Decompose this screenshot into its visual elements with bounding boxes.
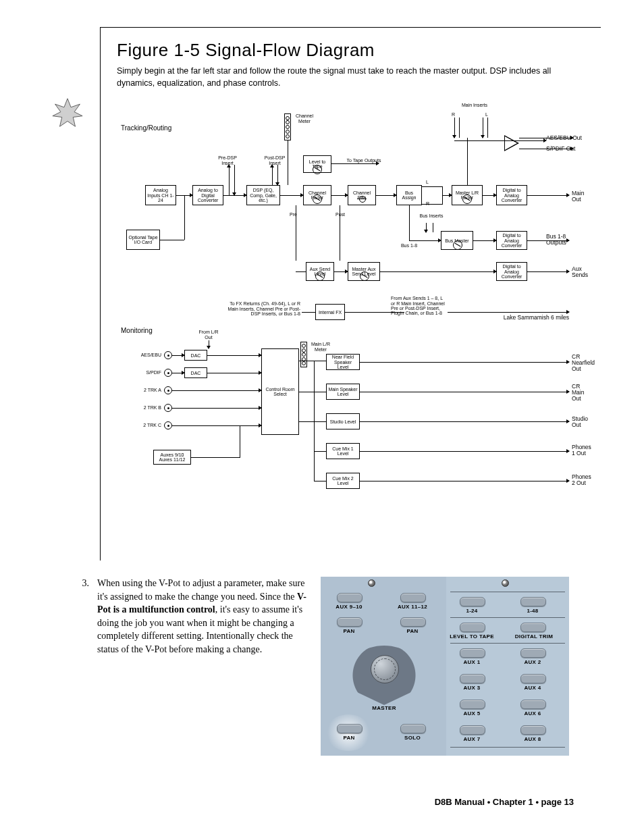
line: [527, 195, 569, 196]
line: [422, 204, 442, 205]
box-dac-main: Digital to Analog Converter: [496, 185, 527, 205]
amp-icon: [504, 135, 519, 151]
label-bus-inserts: Bus Inserts: [419, 213, 444, 218]
label-trka: 2 TRK A: [134, 388, 161, 392]
vpot-knob[interactable]: [346, 646, 422, 705]
pan-right-button[interactable]: [400, 617, 426, 627]
bank-1-48-button[interactable]: [520, 597, 546, 606]
control-panel: AUX 9–10 AUX 11–12 PAN PAN MASTER PAN SO…: [317, 577, 569, 756]
divider: [450, 592, 565, 592]
line: [422, 186, 442, 187]
line: [331, 163, 379, 164]
conn-icon: [164, 404, 172, 412]
text: Cue Mix 1 Level: [328, 446, 358, 457]
aux-5-button[interactable]: [460, 700, 485, 709]
line: [209, 340, 209, 348]
lower-section: 3. When using the V-Pot to adjust a para…: [80, 577, 601, 756]
aux-8-button[interactable]: [520, 725, 546, 735]
label-main-lr-meter: Main L/R Meter: [307, 342, 334, 352]
aux-9-10-button[interactable]: [337, 593, 363, 602]
line: [376, 195, 396, 196]
line: [184, 195, 185, 240]
text: Main Speaker Level: [328, 387, 358, 397]
line: [409, 240, 441, 241]
aux-11-12-button[interactable]: [400, 593, 426, 602]
box-adc: Analog to Digital Converter: [192, 185, 223, 205]
box-auxes: Auxes 9/10 Auxes 11/12: [153, 450, 191, 465]
label-aux8: AUX 8: [512, 736, 553, 742]
conn-icon: [164, 369, 172, 377]
solo-button[interactable]: [400, 724, 426, 733]
vpot-column: AUX 9–10 AUX 11–12 PAN PAN MASTER PAN SO…: [321, 577, 446, 756]
box-analog-inputs: Analog Inputs CH 1-24: [145, 185, 176, 205]
label-148: 1-48: [512, 608, 553, 614]
label-l: L: [485, 112, 488, 117]
label-l2: L: [426, 180, 429, 184]
box-optional-tape: Optional Tape I/O Card: [126, 230, 160, 250]
box-dac-bus: Digital to Analog Converter: [496, 231, 527, 250]
conn-icon: [164, 351, 172, 359]
level-to-tape-button[interactable]: [460, 623, 485, 632]
divider: [450, 747, 565, 748]
text: Cue Mix 2 Level: [328, 476, 358, 486]
line: [229, 165, 230, 195]
label-post: Post: [336, 212, 345, 217]
label-to-tape-outputs: To Tape Outputs: [344, 158, 384, 163]
line: [160, 240, 184, 240]
out-spdif: S/PDIF Out: [546, 146, 575, 152]
label-master: MASTER: [364, 705, 404, 711]
text: Bus Assign: [398, 190, 420, 201]
conn-icon: [164, 386, 172, 394]
out-bus: Bus 1-8 Outputs: [546, 234, 587, 246]
label-trkc: 2 TRK C: [134, 423, 161, 427]
pan-bottom-button[interactable]: [337, 724, 363, 733]
box-dac-aux: Digital to Analog Converter: [496, 262, 527, 281]
text: Near Field Speaker Level: [328, 355, 358, 369]
line: [302, 312, 315, 313]
line: [473, 240, 496, 241]
line: [334, 271, 348, 272]
aux-1-button[interactable]: [460, 648, 485, 658]
divider: [450, 643, 565, 644]
label-aux7: AUX 7: [452, 736, 492, 742]
label-spdif: S/PDIF: [134, 370, 161, 375]
text: When using the V-Pot to adjust a paramet…: [97, 578, 304, 602]
line: [314, 451, 326, 452]
text: Analog to Digital Converter: [194, 188, 221, 203]
text: DSP (EQ, Comp, Gate, etc.): [248, 188, 278, 203]
out-aux: Aux Sends: [572, 266, 588, 278]
aux-2-button[interactable]: [520, 648, 546, 658]
line: [172, 425, 261, 426]
label-aux1: AUX 1: [452, 659, 492, 665]
svg-marker-0: [53, 99, 82, 126]
aux-7-button[interactable]: [460, 725, 485, 735]
line: [360, 481, 569, 481]
line: [172, 373, 184, 373]
label-pan1: PAN: [329, 628, 369, 634]
line: [454, 140, 546, 141]
line: [360, 392, 569, 392]
aux-4-button[interactable]: [520, 674, 546, 683]
line: [277, 165, 278, 185]
out-phones2: Phones 2 Out: [572, 474, 591, 486]
label-post-dsp-insert: Post-DSP Insert: [260, 155, 290, 165]
bank-1-24-button[interactable]: [460, 597, 485, 606]
line: [459, 118, 460, 138]
pan-left-button[interactable]: [337, 617, 363, 627]
line: [454, 118, 455, 138]
digital-trim-button[interactable]: [520, 623, 546, 632]
text: Internal FX: [319, 310, 342, 315]
out-cr-near: CR Nearfield Out: [572, 354, 595, 372]
signal-flow-diagram: Tracking/Routing Monitoring Pre-DSP Inse…: [117, 100, 587, 532]
line: [360, 362, 569, 363]
aux-3-button[interactable]: [460, 674, 485, 683]
label-aux1112: AUX 11–12: [392, 604, 433, 610]
line: [234, 165, 235, 195]
aux-6-button[interactable]: [520, 700, 546, 709]
box-main-spk: Main Speaker Level: [326, 384, 360, 400]
label-pan2: PAN: [392, 628, 433, 634]
line: [207, 373, 261, 373]
figure-1-5: Figure 1-5 Signal-Flow Diagram Simply be…: [100, 27, 601, 561]
line: [467, 138, 468, 185]
line: [314, 361, 315, 481]
